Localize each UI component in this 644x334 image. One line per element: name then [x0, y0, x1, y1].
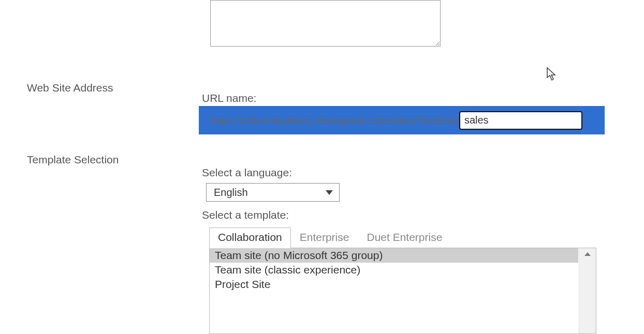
url-prefix-text: https://citizenbuilders.sharepoint.com/s… — [210, 114, 459, 127]
tab-collaboration[interactable]: Collaboration — [209, 227, 291, 248]
template-item[interactable]: Team site (no Microsoft 365 group) — [210, 248, 578, 263]
cursor-icon — [546, 67, 558, 82]
scroll-up-icon — [584, 252, 591, 256]
template-item[interactable]: Project Site — [210, 277, 578, 292]
section-web-site-address-label: Web Site Address — [27, 82, 198, 94]
url-row-highlight: https://citizenbuilders.sharepoint.com/s… — [199, 106, 605, 134]
section-template-selection-label: Template Selection — [27, 154, 198, 166]
tab-enterprise[interactable]: Enterprise — [291, 227, 358, 248]
description-textarea[interactable] — [210, 0, 441, 47]
template-list-inner: Team site (no Microsoft 365 group) Team … — [210, 248, 578, 333]
tab-duet-enterprise[interactable]: Duet Enterprise — [358, 227, 451, 248]
select-language-label: Select a language: — [202, 166, 606, 179]
url-name-label: URL name: — [202, 92, 606, 104]
language-select[interactable]: English — [206, 183, 340, 202]
chevron-down-icon — [326, 190, 333, 195]
scrollbar[interactable] — [579, 248, 596, 333]
template-listbox[interactable]: Team site (no Microsoft 365 group) Team … — [209, 248, 596, 334]
url-name-input[interactable] — [459, 111, 582, 130]
language-select-value: English — [214, 187, 248, 199]
template-item[interactable]: Team site (classic experience) — [210, 263, 578, 277]
template-tabs: Collaboration Enterprise Duet Enterprise — [209, 226, 451, 248]
select-template-label: Select a template: — [202, 209, 606, 221]
